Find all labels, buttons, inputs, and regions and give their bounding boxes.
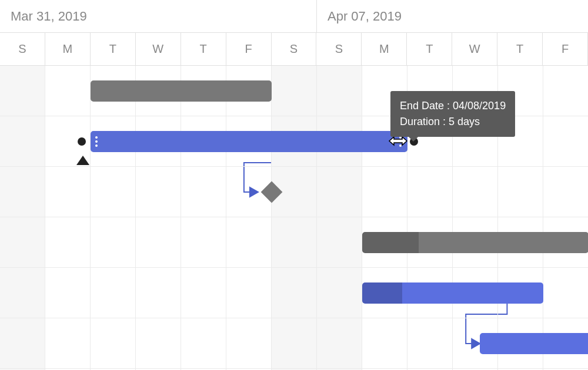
- day-header: F: [543, 33, 588, 65]
- day-label: S: [335, 42, 343, 56]
- task-tooltip: End Date : 04/08/2019 Duration : 5 days: [390, 91, 515, 137]
- task-bar[interactable]: [362, 232, 588, 253]
- tooltip-end-date: End Date : 04/08/2019: [400, 98, 506, 114]
- day-label: F: [245, 42, 252, 56]
- baseline-start-icon: [78, 137, 86, 146]
- task-bar[interactable]: [91, 131, 407, 152]
- day-header-row: SMTWTFSSMTWTF: [0, 33, 588, 66]
- day-label: T: [109, 42, 116, 56]
- day-label: T: [200, 42, 207, 56]
- baseline-marker-icon: [76, 156, 89, 165]
- day-header: M: [362, 33, 407, 65]
- task-progress: [362, 232, 419, 253]
- day-label: M: [379, 42, 389, 56]
- day-header: W: [136, 33, 181, 65]
- day-header: S: [316, 33, 362, 65]
- day-label: T: [516, 42, 523, 56]
- week-header: Apr 07, 2019: [317, 0, 588, 32]
- week-header: Mar 31, 2019: [0, 0, 317, 32]
- grid-row: [0, 167, 588, 217]
- week-label: Mar 31, 2019: [11, 9, 87, 24]
- day-label: F: [562, 42, 569, 56]
- task-progress: [362, 282, 402, 304]
- day-label: S: [18, 42, 26, 56]
- day-label: T: [426, 42, 433, 56]
- day-header: M: [45, 33, 91, 65]
- gantt-chart: Mar 31, 2019Apr 07, 2019 SMTWTFSSMTWTF E…: [0, 0, 588, 370]
- day-header: T: [497, 33, 543, 65]
- tooltip-arrow-icon: [408, 136, 419, 142]
- day-header: T: [181, 33, 226, 65]
- resize-grip-icon[interactable]: [95, 136, 98, 147]
- day-label: W: [469, 42, 480, 56]
- day-label: S: [290, 42, 298, 56]
- day-header: F: [226, 33, 272, 65]
- day-header: T: [91, 33, 136, 65]
- day-label: W: [152, 42, 163, 56]
- day-header: T: [407, 33, 452, 65]
- day-header: S: [272, 33, 317, 65]
- day-header: W: [452, 33, 497, 65]
- week-header-row: Mar 31, 2019Apr 07, 2019: [0, 0, 588, 33]
- task-bar[interactable]: [362, 282, 543, 304]
- day-header: S: [0, 33, 45, 65]
- day-label: M: [63, 42, 73, 56]
- week-label: Apr 07, 2019: [328, 9, 402, 24]
- task-bar[interactable]: [480, 333, 588, 354]
- tooltip-duration: Duration : 5 days: [400, 114, 506, 130]
- task-bar[interactable]: [91, 80, 272, 102]
